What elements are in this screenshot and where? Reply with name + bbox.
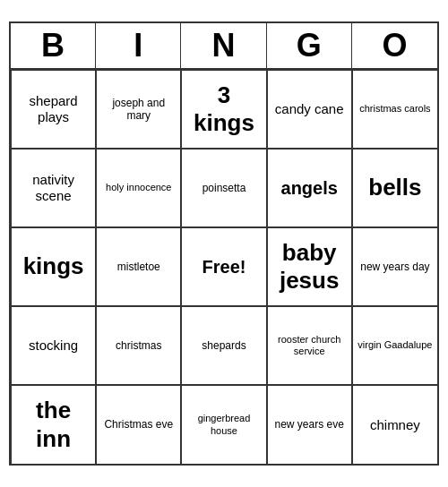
bingo-cell: stocking xyxy=(11,306,96,385)
bingo-cell: mistletoe xyxy=(96,227,181,306)
cell-text: Christmas eve xyxy=(104,418,173,431)
cell-text: new years day xyxy=(360,261,429,273)
bingo-cell: rooster church service xyxy=(267,306,352,385)
bingo-cell: the inn xyxy=(11,385,96,464)
cell-text: the inn xyxy=(15,397,91,452)
cell-text: christmas carols xyxy=(359,103,430,115)
cell-text: shepard plays xyxy=(15,93,91,125)
bingo-header: BINGO xyxy=(11,23,437,70)
cell-text: christmas xyxy=(116,339,161,352)
cell-text: gingerbread house xyxy=(185,413,262,436)
cell-text: 3 kings xyxy=(185,81,262,137)
bingo-card: BINGO shepard playsjoseph and mary3 king… xyxy=(9,21,439,466)
header-letter: G xyxy=(267,23,352,68)
cell-text: virgin Gaadalupe xyxy=(358,339,432,351)
cell-text: Free! xyxy=(202,256,246,278)
bingo-cell: angels xyxy=(267,149,352,227)
bingo-cell: shepards xyxy=(181,306,266,385)
cell-text: rooster church service xyxy=(271,334,348,357)
bingo-cell: christmas xyxy=(96,306,181,385)
bingo-cell: shepard plays xyxy=(11,70,96,149)
bingo-cell: kings xyxy=(11,227,96,306)
bingo-cell: christmas carols xyxy=(352,70,437,149)
bingo-cell: Christmas eve xyxy=(96,385,181,464)
bingo-cell: virgin Gaadalupe xyxy=(352,306,437,385)
bingo-cell: 3 kings xyxy=(181,70,266,149)
bingo-cell: baby jesus xyxy=(267,227,352,306)
cell-text: angels xyxy=(281,177,338,199)
bingo-cell: candy cane xyxy=(267,70,352,149)
cell-text: candy cane xyxy=(275,101,344,117)
cell-text: nativity scene xyxy=(15,172,91,204)
bingo-cell: holy innocence xyxy=(96,149,181,227)
cell-text: baby jesus xyxy=(271,239,348,295)
bingo-cell: new years eve xyxy=(267,385,352,464)
header-letter: O xyxy=(352,23,437,68)
bingo-cell: bells xyxy=(352,149,437,227)
cell-text: joseph and mary xyxy=(100,97,177,123)
bingo-grid: shepard playsjoseph and mary3 kingscandy… xyxy=(11,70,437,464)
cell-text: bells xyxy=(368,174,421,201)
bingo-cell: new years day xyxy=(352,227,437,306)
cell-text: stocking xyxy=(29,337,78,354)
bingo-cell: poinsetta xyxy=(181,149,266,227)
header-letter: B xyxy=(11,23,96,68)
header-letter: N xyxy=(181,23,266,68)
bingo-cell: joseph and mary xyxy=(96,70,181,149)
bingo-cell: chimney xyxy=(352,385,437,464)
cell-text: shepards xyxy=(202,339,246,352)
cell-text: mistletoe xyxy=(117,261,160,273)
cell-text: new years eve xyxy=(275,418,344,431)
cell-text: kings xyxy=(23,252,84,280)
bingo-cell: nativity scene xyxy=(11,149,96,227)
header-letter: I xyxy=(96,23,181,68)
cell-text: chimney xyxy=(370,417,420,433)
cell-text: poinsetta xyxy=(202,182,246,194)
cell-text: holy innocence xyxy=(106,182,171,193)
bingo-cell: Free! xyxy=(181,227,266,306)
bingo-cell: gingerbread house xyxy=(181,385,266,464)
